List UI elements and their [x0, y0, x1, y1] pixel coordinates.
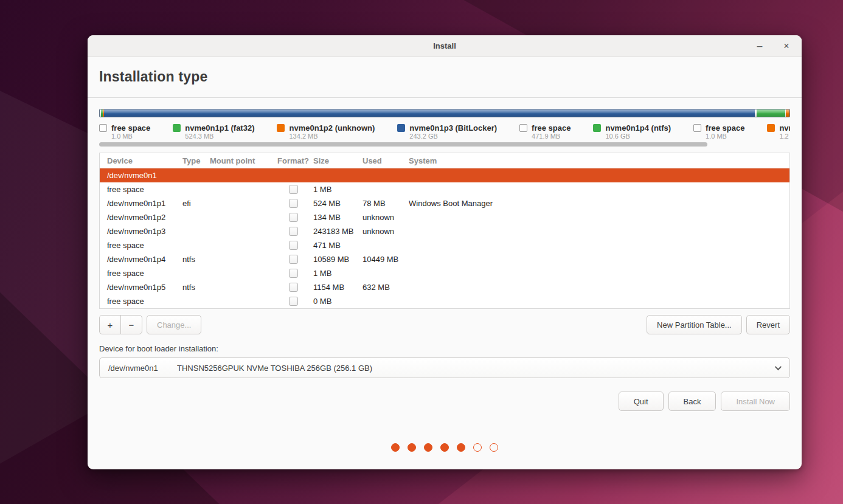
legend-item: nvme0n1p1 (fat32)524.3 MB [173, 123, 254, 140]
minimize-button[interactable]: – [753, 40, 766, 53]
window-controls: – × [753, 35, 793, 57]
format-checkbox[interactable] [289, 269, 298, 278]
format-checkbox[interactable] [289, 283, 298, 292]
legend-text: nvme0n1p2 (unknown)134.2 MB [289, 123, 375, 140]
table-row[interactable]: free space471 MB [100, 238, 789, 252]
legend-scrollbar[interactable] [99, 142, 790, 147]
progress-dot [391, 443, 400, 452]
legend-item: nvme0n1p51.2 GB [767, 123, 790, 140]
progress-dot [440, 443, 449, 452]
legend-partition-size: 1.2 GB [779, 133, 790, 140]
cell-device: free space [100, 297, 182, 306]
format-checkbox[interactable] [289, 227, 298, 236]
table-row[interactable]: free space1 MB [100, 182, 789, 196]
format-checkbox[interactable] [289, 255, 298, 264]
legend-item: free space471.9 MB [519, 123, 571, 140]
page-title: Installation type [99, 69, 790, 85]
partition-color-swatch [397, 124, 405, 132]
titlebar[interactable]: Install – × [88, 35, 802, 57]
cell-format [273, 227, 313, 236]
partition-segment [757, 109, 785, 117]
cell-format [273, 297, 313, 306]
legend-partition-size: 1.0 MB [706, 133, 744, 140]
quit-button[interactable]: Quit [619, 392, 664, 411]
partition-table: DeviceTypeMount pointFormat?SizeUsedSyst… [99, 153, 790, 309]
format-checkbox[interactable] [289, 297, 298, 306]
bootloader-label: Device for boot loader installation: [99, 344, 790, 353]
table-row[interactable]: /dev/nvme0n1p5ntfs1154 MB632 MB [100, 280, 789, 294]
legend-item: nvme0n1p3 (BitLocker)243.2 GB [397, 123, 497, 140]
cell-device: free space [100, 269, 182, 278]
table-row[interactable]: free space1 MB [100, 266, 789, 280]
add-partition-button[interactable]: + [99, 315, 121, 334]
legend-partition-name: free space [532, 123, 571, 133]
change-partition-button[interactable]: Change... [147, 315, 201, 334]
revert-button[interactable]: Revert [746, 315, 790, 334]
cell-used: 78 MB [363, 199, 409, 208]
cell-type: efi [182, 199, 210, 208]
table-row[interactable]: /dev/nvme0n1p3243183 MBunknown [100, 224, 789, 238]
table-row[interactable]: /dev/nvme0n1p2134 MBunknown [100, 210, 789, 224]
cell-size: 1154 MB [313, 283, 363, 292]
partition-color-swatch [173, 124, 181, 132]
scrollbar-thumb[interactable] [99, 142, 707, 147]
format-checkbox[interactable] [289, 199, 298, 208]
partition-segment [786, 109, 789, 117]
bootloader-device-select[interactable]: /dev/nvme0n1 THNSN5256GPUK NVMe TOSHIBA … [99, 357, 790, 378]
cell-format [273, 255, 313, 264]
format-checkbox[interactable] [289, 185, 298, 194]
cell-size: 243183 MB [313, 227, 363, 236]
back-button[interactable]: Back [668, 392, 716, 411]
partition-edit-buttons: + − Change... [99, 315, 201, 334]
column-header-device: Device [100, 156, 182, 165]
cell-type: ntfs [182, 283, 210, 292]
cell-device: /dev/nvme0n1p5 [100, 283, 182, 292]
cell-device: /dev/nvme0n1p3 [100, 227, 182, 236]
close-button[interactable]: × [780, 40, 793, 53]
format-checkbox[interactable] [289, 213, 298, 222]
format-checkbox[interactable] [289, 241, 298, 250]
cell-format [273, 283, 313, 292]
legend-partition-size: 134.2 MB [289, 133, 375, 140]
partition-color-swatch [767, 124, 775, 132]
legend-text: free space1.0 MB [111, 123, 150, 140]
table-row[interactable]: free space0 MB [100, 294, 789, 308]
progress-dot [424, 443, 432, 452]
progress-dot [408, 443, 416, 452]
partition-color-swatch [519, 124, 527, 132]
legend-partition-size: 1.0 MB [111, 133, 150, 140]
install-now-button[interactable]: Install Now [721, 392, 790, 411]
bootloader-device-description: THNSN5256GPUK NVMe TOSHIBA 256GB (256.1 … [177, 364, 372, 373]
cell-size: 471 MB [313, 241, 363, 250]
progress-dot [490, 443, 498, 452]
partition-table-buttons: New Partition Table... Revert [647, 315, 790, 334]
legend-text: nvme0n1p4 (ntfs)10.6 GB [605, 123, 671, 140]
table-row[interactable]: /dev/nvme0n1p4ntfs10589 MB10449 MB [100, 252, 789, 266]
legend-partition-size: 471.9 MB [532, 133, 571, 140]
partition-color-swatch [99, 124, 107, 132]
legend-partition-name: nvme0n1p4 (ntfs) [605, 123, 671, 133]
cell-used: 10449 MB [363, 255, 409, 264]
column-header-used: Used [363, 156, 409, 165]
new-partition-table-button[interactable]: New Partition Table... [647, 315, 742, 334]
cell-device: free space [100, 185, 182, 194]
column-header-format: Format? [273, 156, 313, 165]
partition-toolbar: + − Change... New Partition Table... Rev… [99, 315, 790, 334]
legend-partition-size: 243.2 GB [409, 133, 497, 140]
legend-partition-name: nvme0n1p1 (fat32) [185, 123, 254, 133]
partition-bar [99, 109, 790, 117]
cell-size: 10589 MB [313, 255, 363, 264]
cell-device: /dev/nvme0n1p2 [100, 213, 182, 222]
cell-format [273, 199, 313, 208]
legend-text: free space471.9 MB [532, 123, 571, 140]
partition-segment [104, 109, 755, 117]
remove-partition-button[interactable]: − [120, 315, 142, 334]
table-row[interactable]: /dev/nvme0n1 [100, 168, 789, 182]
cell-used: unknown [363, 213, 409, 222]
progress-dots [99, 443, 790, 452]
page-content: free space1.0 MBnvme0n1p1 (fat32)524.3 M… [88, 109, 802, 452]
table-row[interactable]: /dev/nvme0n1p1efi524 MB78 MBWindows Boot… [100, 196, 789, 210]
progress-dot [457, 443, 465, 452]
cell-device: free space [100, 241, 182, 250]
legend-text: free space1.0 MB [706, 123, 744, 140]
